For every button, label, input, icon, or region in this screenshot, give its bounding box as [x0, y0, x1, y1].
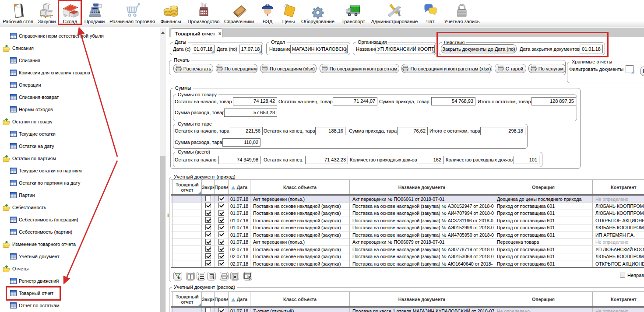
- svg-text:3: 3: [198, 277, 199, 280]
